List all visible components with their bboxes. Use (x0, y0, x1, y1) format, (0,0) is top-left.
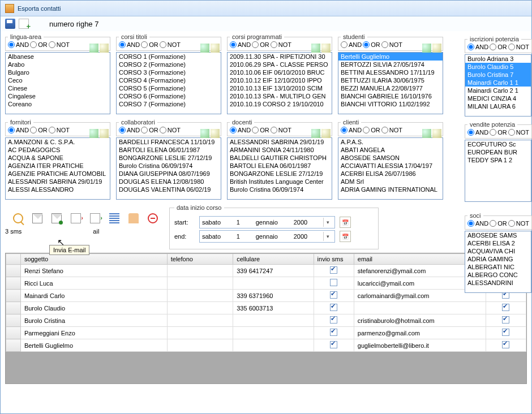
end-date-input[interactable]: sabato 1 gennaio 2000 (199, 230, 335, 243)
list-item[interactable]: ARMANINI SONIA 24/11/1980 (228, 146, 332, 154)
wand-add-icon[interactable] (311, 44, 320, 53)
list-item[interactable]: British Institutes Language Center (228, 178, 332, 186)
radio-and[interactable]: AND (467, 129, 488, 136)
cell-telefono[interactable] (167, 277, 233, 290)
chevron-down-icon[interactable] (323, 218, 332, 227)
cell-sms[interactable] (314, 302, 354, 314)
cell-sms[interactable] (314, 265, 354, 277)
save-icon[interactable] (5, 19, 15, 29)
wand-add-icon[interactable] (311, 129, 320, 138)
radio-and[interactable]: AND (230, 127, 251, 133)
list-item[interactable]: ACQUAVIVA CHI (465, 247, 531, 255)
checkbox[interactable] (330, 316, 337, 324)
cell-cellulare[interactable]: 339 6371960 (233, 290, 314, 302)
cell-telefono[interactable] (167, 302, 233, 314)
export-doc-icon[interactable] (71, 213, 81, 223)
list-item[interactable]: Bertelli Guglielmo (338, 53, 443, 61)
table-row[interactable]: Ricci Lucalucaricci@ymail.com (6, 277, 526, 290)
list-item[interactable]: ADM Srl (338, 178, 443, 186)
radio-or[interactable]: OR (490, 220, 507, 227)
list-item[interactable]: A.P.A.S. (338, 138, 443, 146)
list-item[interactable]: ALESSANDRI SABRINA 29/01/19 (6, 178, 110, 186)
cell-telefono[interactable] (167, 327, 233, 339)
list-item[interactable]: Ceco (6, 76, 110, 84)
col-telefono[interactable]: telefono (167, 254, 233, 265)
list-item[interactable]: 2010.10.06 EIF 06/10/2010 BRUC (228, 68, 332, 76)
cell-cellulare[interactable]: 339 6417247 (233, 265, 314, 277)
list-item[interactable]: Coreano (6, 100, 110, 108)
list-item[interactable]: 2010.10.13 SPA - MULTIPLO GEN (228, 92, 332, 100)
radio-not[interactable]: NOT (271, 127, 291, 133)
wand-edit-icon[interactable] (100, 44, 109, 53)
listbox[interactable]: AlbaneseAraboBulgaroCecoCineseCingaleseC… (5, 52, 110, 114)
list-item[interactable]: ACERBI ELISA 26/07/1986 (338, 170, 443, 178)
listbox[interactable]: A.MANZONI & C. S.P.A.AC PEDAGOGICSACQUA … (5, 137, 110, 200)
radio-and[interactable]: AND (8, 41, 29, 48)
radio-not[interactable]: NOT (49, 41, 70, 48)
cell-mail[interactable] (486, 339, 526, 352)
table-row[interactable]: Mainardi Carlo339 6371960carlomainardi@y… (6, 290, 526, 302)
list-item[interactable]: CORSO 4 (Formazione) (117, 76, 221, 84)
import-doc-icon[interactable] (90, 213, 100, 223)
radio-not[interactable]: NOT (271, 41, 291, 48)
list-item[interactable]: BETTUZZI ILARIA 30/06/1975 (338, 76, 443, 84)
list-item[interactable]: A.MANZONI & C. S.P.A. (6, 138, 110, 146)
calendar-icon[interactable]: 📅 (340, 217, 351, 228)
mail-icon[interactable] (32, 213, 42, 223)
wand-edit-icon[interactable] (432, 44, 441, 53)
list-item[interactable]: Mainardi Carlo 1 1 (465, 79, 531, 87)
list-item[interactable]: BETTINI ALESSANDRO 17/11/19 (338, 68, 443, 76)
cell-soggetto[interactable]: Ricci Luca (20, 277, 167, 290)
cell-mail[interactable] (486, 302, 526, 314)
list-item[interactable]: CORSO 7 (Formazione) (117, 100, 221, 108)
radio-not[interactable]: NOT (160, 127, 181, 133)
list-item[interactable]: ALESSANDRINI (465, 279, 531, 287)
radio-not[interactable]: NOT (508, 129, 529, 136)
wand-add-icon[interactable] (89, 129, 98, 138)
list-item[interactable]: 2010.10.13 EIF 13/10/2010 SCIM (228, 84, 332, 92)
cell-sms[interactable] (314, 327, 354, 339)
cell-cellulare[interactable] (233, 327, 314, 339)
list-item[interactable]: BERTOZZI SILVIA 27/05/1974 (338, 61, 443, 68)
list-item[interactable]: 2010.10.12 EIF 12/10/2010 IPPO (228, 76, 332, 84)
cell-telefono[interactable] (167, 339, 233, 352)
titlebar[interactable]: Esporta contatti (1, 1, 531, 16)
new-icon[interactable] (19, 19, 29, 29)
list-item[interactable]: Cinese (6, 84, 110, 92)
col-invio-sms[interactable]: invio sms (314, 254, 354, 265)
remove-icon[interactable] (148, 213, 158, 223)
list-item[interactable]: Albanese (6, 53, 110, 61)
cell-cellulare[interactable]: 335 6003713 (233, 302, 314, 314)
cell-sms[interactable] (314, 277, 354, 290)
list-item[interactable]: ACERBI ELISA 2 (465, 239, 531, 247)
chevron-down-icon[interactable] (323, 232, 332, 241)
list-item[interactable]: EUROPEAN BUR (465, 148, 531, 156)
cell-soggetto[interactable]: Burolo Cristina (20, 314, 167, 327)
cell-telefono[interactable] (167, 290, 233, 302)
listbox[interactable]: BARDELLI FRANCESCA 11/10/19BARTOLI ELENA… (116, 137, 221, 200)
list-item[interactable]: BARTOLI ELENA 06/01/1987 (228, 162, 332, 170)
cell-sms[interactable] (314, 339, 354, 352)
list-item[interactable]: ADRIA GAMING INTERNATIONAL (338, 186, 443, 193)
checkbox[interactable] (502, 329, 509, 336)
listbox[interactable]: A.P.A.S.ABATI ANGELAABOSEDE SAMSONACCIAV… (338, 137, 443, 200)
table-row[interactable]: Burolo Claudio335 6003713 (6, 302, 526, 314)
mail-send-icon[interactable] (52, 213, 62, 223)
list-item[interactable]: BONGARZONE LESLIE 27/12/19 (228, 170, 332, 178)
radio-not[interactable]: NOT (49, 127, 70, 133)
radio-or[interactable]: OR (30, 127, 48, 133)
radio-or[interactable]: OR (490, 44, 507, 50)
search-icon[interactable] (13, 213, 23, 223)
radio-not[interactable]: NOT (508, 220, 529, 227)
wand-add-icon[interactable] (200, 129, 209, 138)
table-row[interactable]: Burolo Cristinacristinaburolo@hotmail.co… (6, 314, 526, 327)
checkbox[interactable] (330, 266, 337, 274)
list-item[interactable]: Burolo Cristina 06/09/1974 (117, 162, 221, 170)
list-item[interactable]: DOUGLAS VALENTINA 06/02/19 (117, 186, 221, 193)
radio-not[interactable]: NOT (381, 127, 402, 133)
results-grid[interactable]: soggetto telefono cellulare invio sms em… (5, 253, 527, 384)
cell-email[interactable]: parmenzo@gmail.com (354, 327, 486, 339)
list-item[interactable]: Bulgaro (6, 68, 110, 76)
list-item[interactable]: ADRIA GAMING (465, 255, 531, 263)
wand-edit-icon[interactable] (432, 129, 441, 138)
